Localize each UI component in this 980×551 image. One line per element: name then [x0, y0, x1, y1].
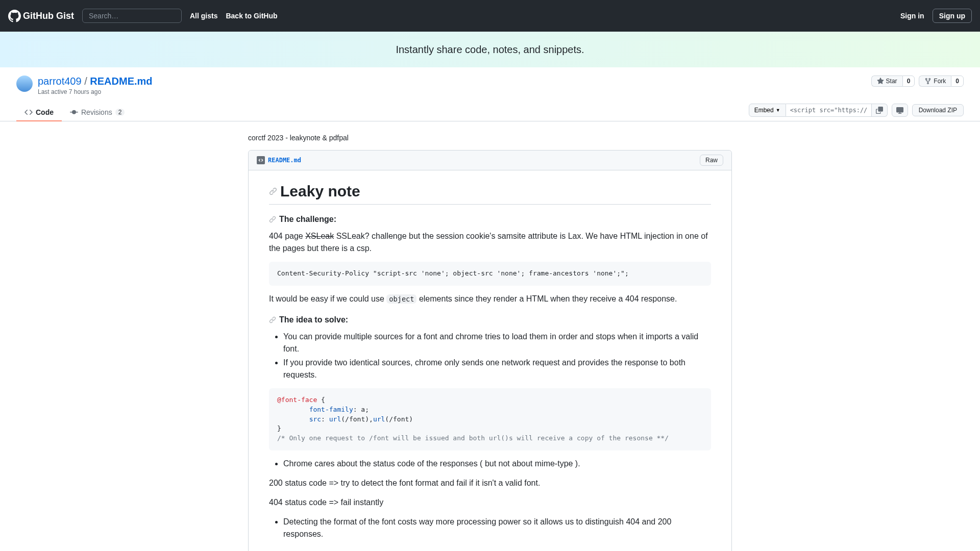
fork-button[interactable]: Fork [919, 76, 951, 87]
tab-code[interactable]: Code [16, 104, 62, 121]
global-header: GitHub Gist All gists Back to GitHub Sig… [0, 0, 980, 32]
all-gists-link[interactable]: All gists [190, 12, 217, 20]
embed-label: Embed [754, 107, 774, 114]
paragraph: It would be easy if we could use object … [269, 293, 711, 305]
fork-group: Fork 0 [919, 76, 964, 87]
desktop-icon [896, 107, 903, 114]
gist-description: corctf 2023 - leakynote & pdfpal [248, 134, 732, 142]
clone-options: Embed ▼ Download ZIP [749, 104, 964, 121]
tagline-text: Instantly share code, notes, and snippet… [396, 44, 584, 56]
github-icon [8, 10, 21, 22]
logo[interactable]: GitHub Gist [8, 10, 74, 22]
fork-label: Fork [934, 78, 946, 85]
heading-leaky-note: Leaky note [269, 183, 711, 205]
logo-text: GitHub Gist [23, 11, 74, 21]
fork-icon [924, 78, 932, 85]
last-active: Last active 7 hours ago [38, 88, 153, 95]
star-group: Star 0 [871, 76, 915, 87]
commit-icon [70, 108, 78, 116]
owner-link[interactable]: parrot409 [38, 76, 82, 87]
list-item: You can provide multiple sources for a f… [283, 331, 711, 355]
link-icon[interactable] [269, 316, 276, 323]
gist-header: parrot409 / README.md Last active 7 hour… [0, 67, 980, 95]
tagline-banner: Instantly share code, notes, and snippet… [0, 32, 980, 67]
nav-links: All gists Back to GitHub [190, 12, 278, 20]
dropdown-caret-icon: ▼ [776, 108, 780, 113]
tab-revisions[interactable]: Revisions 2 [62, 104, 133, 121]
main-content: corctf 2023 - leakynote & pdfpal README.… [240, 134, 740, 551]
star-icon [877, 78, 884, 85]
list: Chrome cares about the status code of th… [269, 458, 711, 470]
revisions-count: 2 [115, 109, 125, 116]
copy-icon [876, 107, 883, 114]
file-name-link[interactable]: README.md [257, 156, 301, 164]
avatar[interactable] [16, 76, 33, 92]
gist-meta: parrot409 / README.md Last active 7 hour… [16, 76, 153, 95]
tabs: Code Revisions 2 [16, 104, 133, 121]
star-button[interactable]: Star [871, 76, 902, 87]
heading-idea: The idea to solve: [269, 315, 711, 324]
link-icon[interactable] [269, 216, 276, 223]
signin-link[interactable]: Sign in [900, 12, 924, 20]
title-separator: / [84, 76, 87, 87]
code-block-fontface: @font-face { font-family: a; src: url(/f… [269, 388, 711, 450]
file-code-icon [257, 156, 265, 164]
paragraph: 404 page XSLeak SSLeak? challenge but th… [269, 230, 711, 255]
file-box: README.md Raw Leaky note The challenge: … [248, 150, 732, 551]
tabs-row: Code Revisions 2 Embed ▼ Download ZIP [0, 104, 980, 121]
gist-name-link[interactable]: README.md [90, 76, 152, 87]
embed-url-input[interactable] [786, 104, 872, 117]
list: You can provide multiple sources for a f… [269, 331, 711, 381]
desktop-button[interactable] [892, 104, 908, 117]
paragraph: 404 status code => fail instantly [269, 496, 711, 509]
markdown-body: Leaky note The challenge: 404 page XSLea… [249, 170, 731, 551]
list-item: Chrome cares about the status code of th… [283, 458, 711, 470]
gist-actions: Star 0 Fork 0 [871, 76, 964, 87]
strike-text: XSLeak [305, 232, 334, 240]
list-item: If you provide two identical sources, ch… [283, 357, 711, 381]
paragraph: 200 status code => try to detect the fon… [269, 477, 711, 489]
back-to-github-link[interactable]: Back to GitHub [226, 12, 277, 20]
tab-code-label: Code [36, 108, 54, 116]
search-input[interactable] [82, 9, 182, 23]
raw-button[interactable]: Raw [700, 155, 723, 166]
gist-title: parrot409 / README.md [38, 76, 153, 87]
code-icon [24, 108, 33, 116]
tab-revisions-label: Revisions [81, 108, 112, 116]
inline-code: object [386, 294, 416, 304]
download-zip-button[interactable]: Download ZIP [912, 104, 964, 116]
star-count[interactable]: 0 [902, 76, 915, 87]
heading-challenge: The challenge: [269, 215, 711, 224]
file-header: README.md Raw [249, 151, 731, 170]
link-icon[interactable] [269, 187, 277, 195]
list: Detecting the format of the font costs w… [269, 516, 711, 540]
embed-dropdown[interactable]: Embed ▼ [749, 104, 786, 117]
signup-button[interactable]: Sign up [933, 9, 972, 23]
copy-button[interactable] [872, 104, 888, 117]
file-name-text: README.md [268, 157, 301, 164]
list-item: Detecting the format of the font costs w… [283, 516, 711, 540]
code-block-csp: Content-Security-Policy "script-src 'non… [269, 262, 711, 286]
embed-group: Embed ▼ [749, 104, 888, 117]
star-label: Star [886, 78, 897, 85]
header-right: Sign in Sign up [900, 9, 972, 23]
fork-count[interactable]: 0 [951, 76, 964, 87]
